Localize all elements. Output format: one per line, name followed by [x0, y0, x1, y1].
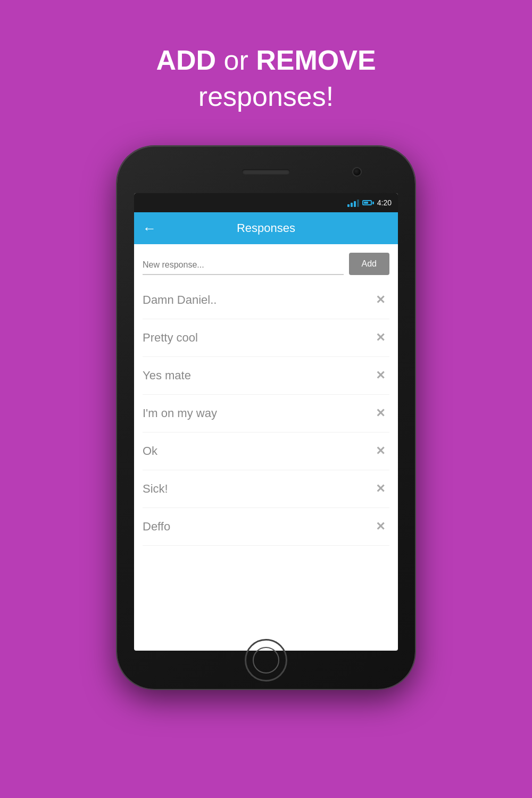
headline-or: or	[216, 45, 256, 76]
phone-top-bezel	[149, 156, 383, 188]
input-row: Add	[143, 253, 389, 275]
text-input-wrapper	[143, 258, 344, 275]
app-bar: ← Responses	[134, 212, 398, 244]
response-text: Pretty cool	[143, 331, 198, 345]
battery-fill	[364, 202, 368, 204]
phone-camera	[352, 167, 362, 177]
remove-button[interactable]: ✕	[371, 368, 389, 384]
remove-button[interactable]: ✕	[371, 443, 389, 459]
list-item: Ok✕	[143, 433, 389, 470]
signal-bar-1	[347, 204, 350, 207]
phone-shell: 4:20 ← Responses Add Damn Daniel..✕Prett…	[117, 146, 415, 689]
headline-responses: responses!	[198, 81, 334, 112]
new-response-input[interactable]	[143, 258, 344, 272]
phone-home-inner	[253, 647, 279, 674]
response-list: Damn Daniel..✕Pretty cool✕Yes mate✕I'm o…	[143, 281, 389, 546]
add-button[interactable]: Add	[349, 253, 389, 275]
list-item: Yes mate✕	[143, 357, 389, 395]
list-item: Damn Daniel..✕	[143, 281, 389, 319]
response-text: Damn Daniel..	[143, 293, 217, 307]
response-text: Sick!	[143, 482, 168, 496]
response-text: Ok	[143, 444, 157, 458]
remove-button[interactable]: ✕	[371, 330, 389, 346]
app-bar-title: Responses	[167, 221, 389, 235]
phone-mockup: 4:20 ← Responses Add Damn Daniel..✕Prett…	[117, 146, 415, 678]
status-time: 4:20	[377, 198, 392, 207]
signal-bar-4	[357, 200, 359, 207]
battery-tip	[372, 202, 374, 204]
headline-remove: REMOVE	[256, 45, 376, 76]
list-item: I'm on my way✕	[143, 395, 389, 433]
battery-icon	[362, 200, 374, 205]
status-bar: 4:20	[134, 193, 398, 212]
list-item: Deffo✕	[143, 508, 389, 546]
headline: ADD or REMOVE responses!	[156, 43, 376, 114]
phone-screen: 4:20 ← Responses Add Damn Daniel..✕Prett…	[134, 193, 398, 651]
remove-button[interactable]: ✕	[371, 481, 389, 497]
remove-button[interactable]: ✕	[371, 405, 389, 421]
signal-icon	[347, 198, 359, 207]
remove-button[interactable]: ✕	[371, 519, 389, 535]
battery-body	[362, 200, 372, 205]
back-button[interactable]: ←	[143, 220, 156, 237]
response-text: Yes mate	[143, 369, 191, 383]
list-item: Pretty cool✕	[143, 319, 389, 357]
content-area: Add Damn Daniel..✕Pretty cool✕Yes mate✕I…	[134, 244, 398, 554]
remove-button[interactable]: ✕	[371, 292, 389, 308]
signal-bar-2	[351, 203, 353, 207]
phone-speaker	[242, 169, 290, 174]
response-text: Deffo	[143, 520, 170, 534]
response-text: I'm on my way	[143, 406, 217, 420]
headline-add: ADD	[156, 45, 216, 76]
list-item: Sick!✕	[143, 470, 389, 508]
phone-home-button[interactable]	[245, 639, 287, 681]
signal-bar-3	[354, 201, 356, 207]
